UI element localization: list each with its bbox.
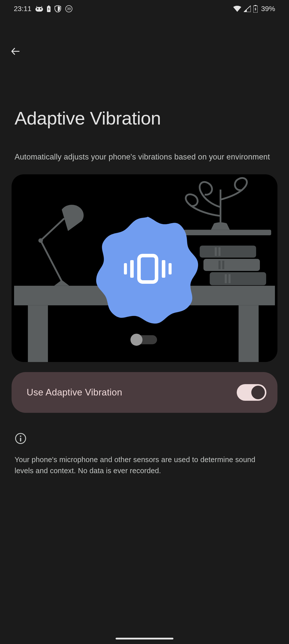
signal-icon — [244, 6, 251, 12]
info-section: Your phone's microphone and other sensor… — [15, 432, 274, 477]
navigation-bar-handle[interactable] — [116, 638, 173, 639]
feature-illustration — [12, 174, 277, 362]
svg-point-31 — [130, 334, 142, 346]
svg-rect-34 — [20, 438, 21, 441]
svg-rect-26 — [130, 260, 134, 278]
svg-rect-10 — [28, 305, 48, 362]
svg-text:39: 39 — [67, 7, 71, 11]
svg-rect-17 — [215, 247, 217, 256]
svg-rect-16 — [200, 246, 256, 258]
page-title: Adaptive Vibration — [15, 108, 289, 129]
svg-rect-27 — [124, 263, 127, 274]
svg-rect-18 — [218, 247, 220, 256]
svg-rect-22 — [210, 272, 266, 285]
svg-rect-23 — [225, 274, 227, 283]
svg-line-12 — [41, 240, 62, 281]
svg-point-33 — [20, 435, 21, 437]
svg-rect-29 — [169, 263, 172, 274]
wifi-icon — [233, 6, 241, 12]
toggle-thumb — [251, 386, 265, 399]
svg-rect-4 — [48, 6, 50, 6]
svg-rect-20 — [218, 261, 220, 269]
shield-icon — [55, 5, 61, 12]
svg-rect-15 — [183, 230, 271, 235]
battery-charging-small-icon — [47, 6, 51, 12]
battery-icon — [253, 5, 258, 13]
info-icon — [15, 432, 27, 445]
app-icon — [35, 6, 43, 12]
info-text: Your phone's microphone and other sensor… — [15, 454, 274, 477]
svg-rect-24 — [228, 274, 230, 283]
battery-percent: 39% — [261, 5, 275, 13]
status-bar-left: 23:11 39 — [14, 5, 73, 13]
back-button[interactable] — [10, 45, 22, 57]
svg-rect-8 — [255, 5, 256, 6]
toggle-switch[interactable] — [237, 384, 266, 401]
status-bar-right: 39% — [233, 5, 275, 13]
status-bar: 23:11 39 39% — [0, 0, 289, 18]
desk-scene-illustration — [12, 174, 277, 362]
toggle-label: Use Adaptive Vibration — [27, 387, 122, 398]
svg-point-2 — [40, 8, 41, 10]
toggle-card[interactable]: Use Adaptive Vibration — [12, 372, 277, 413]
arrow-left-icon — [11, 46, 21, 56]
status-time: 23:11 — [14, 5, 31, 13]
svg-rect-21 — [222, 261, 224, 269]
svg-rect-11 — [238, 305, 259, 362]
page-subtitle: Automatically adjusts your phone's vibra… — [15, 151, 274, 163]
svg-point-1 — [37, 8, 38, 10]
svg-rect-0 — [35, 7, 43, 12]
badge-icon: 39 — [65, 5, 73, 13]
svg-line-14 — [41, 218, 64, 240]
svg-rect-28 — [162, 260, 165, 278]
svg-rect-19 — [204, 259, 260, 271]
